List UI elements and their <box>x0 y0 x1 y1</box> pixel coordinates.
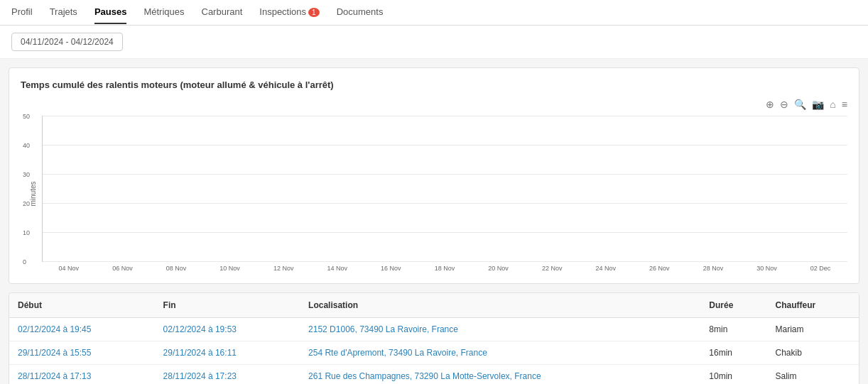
table-header-cell: Localisation <box>300 293 700 318</box>
x-tick-label: 16 Nov <box>364 265 418 272</box>
y-tick-label: 50 <box>23 113 30 120</box>
chart-inner: 01020304050 04 Nov06 Nov08 Nov10 Nov12 N… <box>42 116 847 272</box>
table-cell-chauffeur: Mariam <box>766 318 859 341</box>
table-cell-localisation[interactable]: 254 Rte d'Apremont, 73490 La Ravoire, Fr… <box>300 341 700 365</box>
x-tick-label: 28 Nov <box>686 265 740 272</box>
table-row: 29/11/2024 à 15:5529/11/2024 à 16:11254 … <box>9 341 859 365</box>
table-body: 02/12/2024 à 19:4502/12/2024 à 19:532152… <box>9 318 859 385</box>
table-cell-fin[interactable]: 29/11/2024 à 16:11 <box>155 341 300 365</box>
table-header-cell: Durée <box>700 293 766 318</box>
nav-item-metriques[interactable]: Métriques <box>143 1 184 24</box>
grid-line: 0 <box>43 261 847 262</box>
y-tick-label: 0 <box>23 258 26 265</box>
nav-bar: ProfilTrajetsPausesMétriquesCarburantIns… <box>0 0 868 26</box>
header-row: DébutFinLocalisationDuréeChauffeur <box>9 293 859 318</box>
nav-item-pauses[interactable]: Pauses <box>94 1 127 24</box>
table-header: DébutFinLocalisationDuréeChauffeur <box>9 293 859 318</box>
y-tick-label: 40 <box>23 142 30 149</box>
x-tick-label: 14 Nov <box>310 265 364 272</box>
nav-item-documents[interactable]: Documents <box>337 1 384 24</box>
y-tick-label: 20 <box>23 200 30 207</box>
table-row: 28/11/2024 à 17:1328/11/2024 à 17:23261 … <box>9 365 859 385</box>
x-tick-label: 22 Nov <box>525 265 579 272</box>
chart-area: minutes 01020304050 04 Nov06 Nov08 Nov10… <box>21 116 847 272</box>
x-tick-label: 04 Nov <box>42 265 96 272</box>
chart-title: Temps cumulé des ralentis moteurs (moteu… <box>21 79 847 90</box>
table-cell-debut[interactable]: 28/11/2024 à 17:13 <box>9 365 155 385</box>
zoom-out-icon[interactable]: ⊖ <box>780 99 788 110</box>
x-tick-label: 20 Nov <box>472 265 526 272</box>
table-cell-chauffeur: Chakib <box>766 341 859 365</box>
x-tick-label: 06 Nov <box>96 265 150 272</box>
x-tick-label: 02 Dec <box>793 265 847 272</box>
chart-grid: 01020304050 <box>42 116 847 262</box>
menu-icon[interactable]: ≡ <box>842 99 847 110</box>
table-row: 02/12/2024 à 19:4502/12/2024 à 19:532152… <box>9 318 859 341</box>
table-header-cell: Début <box>9 293 155 318</box>
y-axis-label: minutes <box>29 181 37 206</box>
x-axis-labels: 04 Nov06 Nov08 Nov10 Nov12 Nov14 Nov16 N… <box>42 262 847 272</box>
table-cell-localisation[interactable]: 261 Rue des Champagnes, 73290 La Motte-S… <box>300 365 700 385</box>
table-cell-debut[interactable]: 29/11/2024 à 15:55 <box>9 341 155 365</box>
nav-item-inspections[interactable]: Inspections1 <box>259 1 319 24</box>
table-header-cell: Chauffeur <box>766 293 859 318</box>
table-cell-duree: 10min <box>700 365 766 385</box>
chart-card: Temps cumulé des ralentis moteurs (moteu… <box>9 67 859 284</box>
zoom-in-icon[interactable]: ⊕ <box>766 99 774 110</box>
y-tick-label: 30 <box>23 171 30 178</box>
chart-toolbar: ⊕ ⊖ 🔍 📷 ⌂ ≡ <box>21 99 847 110</box>
table-card: DébutFinLocalisationDuréeChauffeur 02/12… <box>9 292 859 384</box>
nav-item-carburant[interactable]: Carburant <box>202 1 243 24</box>
date-range-button[interactable]: 04/11/2024 - 04/12/2024 <box>11 33 123 51</box>
table-cell-localisation[interactable]: 2152 D1006, 73490 La Ravoire, France <box>300 318 700 341</box>
y-tick-label: 10 <box>23 229 30 236</box>
nav-badge-inspections: 1 <box>308 8 320 17</box>
pauses-table: DébutFinLocalisationDuréeChauffeur 02/12… <box>9 293 859 384</box>
camera-icon[interactable]: 📷 <box>812 99 824 110</box>
table-cell-fin[interactable]: 02/12/2024 à 19:53 <box>155 318 300 341</box>
table-header-cell: Fin <box>155 293 300 318</box>
x-tick-label: 30 Nov <box>740 265 794 272</box>
x-tick-label: 24 Nov <box>579 265 633 272</box>
table-cell-duree: 8min <box>700 318 766 341</box>
x-tick-label: 18 Nov <box>418 265 472 272</box>
table-cell-debut[interactable]: 02/12/2024 à 19:45 <box>9 318 155 341</box>
x-tick-label: 08 Nov <box>149 265 203 272</box>
x-tick-label: 26 Nov <box>633 265 687 272</box>
date-filter-bar: 04/11/2024 - 04/12/2024 <box>0 26 868 59</box>
table-cell-chauffeur: Salim <box>766 365 859 385</box>
nav-item-profil[interactable]: Profil <box>11 1 33 24</box>
nav-item-trajets[interactable]: Trajets <box>50 1 77 24</box>
home-icon[interactable]: ⌂ <box>830 99 835 110</box>
magnify-icon[interactable]: 🔍 <box>794 99 806 110</box>
x-tick-label: 10 Nov <box>203 265 257 272</box>
table-cell-fin[interactable]: 28/11/2024 à 17:23 <box>155 365 300 385</box>
table-cell-duree: 16min <box>700 341 766 365</box>
x-tick-label: 12 Nov <box>256 265 310 272</box>
bars-container <box>43 116 847 261</box>
